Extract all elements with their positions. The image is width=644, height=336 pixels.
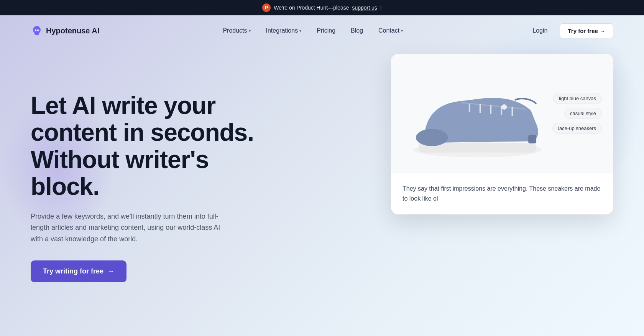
cta-label: Try writing for free xyxy=(43,267,104,275)
nav-item-integrations[interactable]: Integrations ▾ xyxy=(260,24,308,37)
svg-point-10 xyxy=(501,104,507,110)
card-bottom: They say that first impressions are ever… xyxy=(391,173,613,214)
hero-title: Let AI write your content in seconds. Wi… xyxy=(31,92,261,200)
try-free-button[interactable]: Try for free → xyxy=(560,23,613,38)
svg-rect-11 xyxy=(528,135,536,143)
tag-item-0: light blue canvas xyxy=(553,93,602,104)
hero-content: Let AI write your content in seconds. Wi… xyxy=(31,69,261,282)
nav-label-blog: Blog xyxy=(351,27,363,34)
generated-text: They say that first impressions are ever… xyxy=(402,184,602,203)
banner-text: We're on Product Hunt—please xyxy=(274,5,349,11)
logo-icon xyxy=(31,25,43,37)
svg-point-0 xyxy=(35,30,36,31)
nav-links: Products ▾ Integrations ▾ Pricing Blog C… xyxy=(99,24,526,37)
top-banner: P We're on Product Hunt—please support u… xyxy=(0,0,644,15)
product-hunt-badge: P xyxy=(262,3,271,12)
nav-item-contact[interactable]: Contact ▾ xyxy=(372,24,409,37)
hero-demo: light blue canvas casual style lace-up s… xyxy=(376,54,644,214)
nav-item-products[interactable]: Products ▾ xyxy=(217,24,256,37)
logo-text: Hypotenuse AI xyxy=(46,26,99,35)
tag-item-2: lace-up sneakers xyxy=(552,123,602,134)
tag-list: light blue canvas casual style lace-up s… xyxy=(552,93,602,134)
nav-label-pricing: Pricing xyxy=(317,27,335,34)
tag-item-1: casual style xyxy=(564,108,602,119)
shoe-image-area xyxy=(402,65,552,161)
arrow-icon: → xyxy=(107,267,114,275)
chevron-down-icon-contact: ▾ xyxy=(401,29,403,33)
nav-label-contact: Contact xyxy=(378,27,399,34)
nav-item-blog[interactable]: Blog xyxy=(345,24,369,37)
nav-label-integrations: Integrations xyxy=(266,27,298,34)
product-card: light blue canvas casual style lace-up s… xyxy=(391,54,613,214)
chevron-down-icon-products: ▾ xyxy=(249,29,251,33)
svg-point-1 xyxy=(37,30,39,31)
support-us-link[interactable]: support us xyxy=(352,5,377,11)
cta-button[interactable]: Try writing for free → xyxy=(31,260,127,282)
login-button[interactable]: Login xyxy=(526,24,554,37)
svg-point-4 xyxy=(416,129,448,146)
nav-actions: Login Try for free → xyxy=(526,23,613,38)
hero-section: Let AI write your content in seconds. Wi… xyxy=(0,46,644,315)
navbar: Hypotenuse AI Products ▾ Integrations ▾ … xyxy=(0,15,644,46)
nav-label-products: Products xyxy=(223,27,247,34)
hero-subtitle: Provide a few keywords, and we'll instan… xyxy=(31,211,230,245)
main-wrapper: Hypotenuse AI Products ▾ Integrations ▾ … xyxy=(0,15,644,336)
banner-suffix: ! xyxy=(380,5,382,11)
card-top: light blue canvas casual style lace-up s… xyxy=(391,54,613,173)
chevron-down-icon-integrations: ▾ xyxy=(299,29,301,33)
shoe-illustration xyxy=(402,65,552,161)
logo[interactable]: Hypotenuse AI xyxy=(31,25,99,37)
nav-item-pricing[interactable]: Pricing xyxy=(310,24,342,37)
